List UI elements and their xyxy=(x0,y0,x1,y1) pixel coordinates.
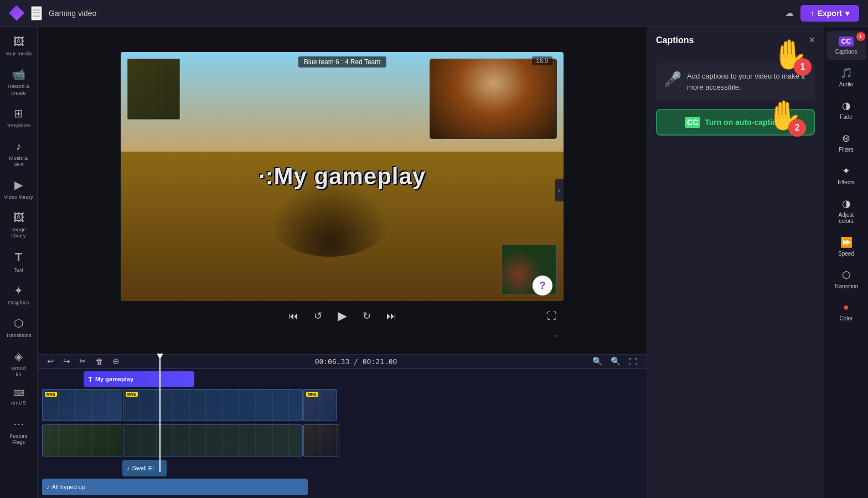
forward-button[interactable]: ↻ xyxy=(360,308,373,324)
segment-label: MNS xyxy=(126,392,138,397)
rewind-button[interactable]: ↺ xyxy=(312,308,324,324)
preview-area: Blue team 6 : 4 Red Team ·:My gameplay xyxy=(38,27,647,354)
sidebar-item-graphics[interactable]: ✦ Graphics xyxy=(2,279,36,310)
zoom-out-button[interactable]: 🔍 xyxy=(590,355,606,368)
captions-title: Captions xyxy=(656,35,694,45)
text-clip[interactable]: T My gameplay xyxy=(84,371,194,387)
icon-bar-filters[interactable]: ⊛ Filters xyxy=(826,127,866,158)
skip-forward-button[interactable]: ⏭ xyxy=(384,308,399,324)
icon-bar-speed[interactable]: ⏩ Speed xyxy=(826,231,866,262)
icon-bar-color[interactable]: ● Color xyxy=(826,296,866,327)
sidebar-item-video-library[interactable]: ▶ Video library xyxy=(2,174,36,204)
right-icon-bar: CC Captions 1 🎵 Audio ◑ Fade ⊛ Filters ✦… xyxy=(824,27,868,498)
undo-button[interactable]: ↩ xyxy=(44,355,57,368)
collapse-timeline-button[interactable]: ⌄ xyxy=(552,330,559,339)
sidebar-item-transitions[interactable]: ⬡ Transitions xyxy=(2,312,36,343)
project-title: Gaming video xyxy=(49,9,778,18)
collapse-right-button[interactable]: › xyxy=(555,179,564,201)
audio-bar-label: Audio xyxy=(839,81,854,87)
fade-bar-label: Fade xyxy=(840,114,852,120)
video-segment[interactable]: MNS xyxy=(42,389,122,421)
export-chevron: ▾ xyxy=(845,9,849,18)
sidebar-item-label: en-US xyxy=(11,400,26,406)
icon-bar-transition[interactable]: ⬡ Transition xyxy=(826,263,866,295)
icon-bar-effects[interactable]: ✦ Effects xyxy=(826,159,866,191)
fit-button[interactable]: ⛶ xyxy=(626,355,640,368)
logo-area xyxy=(9,6,24,21)
video-preview[interactable]: Blue team 6 : 4 Red Team ·:My gameplay xyxy=(121,52,564,301)
segment-label: MNS xyxy=(306,392,318,397)
sidebar-item-text[interactable]: T Text xyxy=(2,246,36,277)
export-button[interactable]: ↑ Export ▾ xyxy=(800,5,859,22)
graphics-icon: ✦ xyxy=(14,284,23,297)
cut-button[interactable]: ✂ xyxy=(76,355,89,368)
skip-back-button[interactable]: ⏮ xyxy=(286,308,301,324)
zoom-in-button[interactable]: 🔍 xyxy=(608,355,624,368)
sidebar-item-en-us[interactable]: ⌨ en-US xyxy=(2,384,36,410)
sidebar-item-record[interactable]: 📹 Record &create xyxy=(2,63,36,100)
fade-bar-icon: ◑ xyxy=(842,100,851,112)
transition-bar-icon: ⬡ xyxy=(842,269,851,281)
more-icon: ⋯ xyxy=(13,417,24,430)
track-row-audio2: ♪ All hyped up xyxy=(42,479,642,495)
aspect-ratio-badge: 16:9 xyxy=(532,56,552,65)
sidebar-item-label: FeatureFlags xyxy=(9,433,28,445)
record-icon: 📹 xyxy=(12,68,25,81)
video-segment-2[interactable] xyxy=(123,424,303,456)
sidebar-item-label: Your media xyxy=(6,50,32,56)
track-row-video1: MNS MNS MNS xyxy=(42,389,642,422)
center-area: Blue team 6 : 4 Red Team ·:My gameplay xyxy=(38,27,647,498)
sidebar-item-feature-flags[interactable]: ⋯ FeatureFlags xyxy=(2,413,36,450)
zoom-controls: 🔍 🔍 ⛶ xyxy=(590,355,640,368)
audio-clip-hyped: ♪ All hyped up xyxy=(42,479,308,495)
sidebar-item-your-media[interactable]: 🖼 Your media xyxy=(2,31,36,61)
sidebar-item-label: Brandkit xyxy=(12,365,25,378)
video-segment[interactable]: MNS xyxy=(123,389,303,421)
icon-bar-fade[interactable]: ◑ Fade xyxy=(826,94,866,126)
filters-bar-label: Filters xyxy=(839,147,854,153)
sidebar-item-music[interactable]: ♪ Music & SFX xyxy=(2,136,36,172)
icon-bar-adjust-colors[interactable]: ◑ Adjustcolors xyxy=(826,192,866,230)
audio-hyped-inner[interactable]: ♪ All hyped up xyxy=(42,479,308,495)
notification-badge: 1 xyxy=(856,32,865,41)
main-layout: 🖼 Your media 📹 Record &create ⊞ Template… xyxy=(0,27,868,498)
tracks-area: T My gameplay MNS MNS MNS xyxy=(38,369,647,498)
audio-hyped-label: All hyped up xyxy=(52,484,86,490)
icon-bar-captions[interactable]: CC Captions 1 xyxy=(826,31,866,60)
video-segment[interactable]: MNS xyxy=(303,389,337,421)
webcam-overlay xyxy=(430,59,557,139)
audio-bar-icon: 🎵 xyxy=(840,67,852,79)
text-clip-label: My gameplay xyxy=(95,376,133,382)
adjust-colors-icon: ◑ xyxy=(842,198,851,210)
sidebar-item-label: Text xyxy=(14,267,23,273)
icon-bar-audio[interactable]: 🎵 Audio xyxy=(826,61,866,93)
crosshair xyxy=(294,173,302,180)
delete-button[interactable]: 🗑 xyxy=(92,355,106,368)
redo-button[interactable]: ↪ xyxy=(60,355,73,368)
video-track-2 xyxy=(42,424,642,458)
auto-captions-label: Turn on auto-captions xyxy=(705,118,786,127)
play-button[interactable]: ▶ xyxy=(335,307,349,325)
captions-header: Captions × xyxy=(647,27,824,54)
export-label: Export xyxy=(818,9,842,18)
video-segment-2[interactable] xyxy=(303,424,339,456)
sidebar-item-label: Music & SFX xyxy=(4,155,34,168)
menu-button[interactable]: ☰ xyxy=(31,6,42,20)
left-sidebar: 🖼 Your media 📹 Record &create ⊞ Template… xyxy=(0,27,38,498)
track-row-audio1: ♪ Swell El xyxy=(42,460,642,476)
video-segment-2[interactable] xyxy=(42,424,122,456)
playhead[interactable] xyxy=(159,356,161,472)
speed-bar-icon: ⏩ xyxy=(840,236,852,248)
close-captions-button[interactable]: × xyxy=(809,34,815,46)
adjust-colors-label: Adjustcolors xyxy=(839,212,854,224)
fullscreen-button[interactable]: ⛶ xyxy=(545,308,559,324)
auto-captions-button[interactable]: CC Turn on auto-captions xyxy=(656,109,815,136)
sidebar-item-image-library[interactable]: 🖼 Imagelibrary xyxy=(2,207,36,243)
sidebar-item-brand[interactable]: ◈ Brandkit xyxy=(2,345,36,382)
sidebar-item-templates[interactable]: ⊞ Templates xyxy=(2,102,36,133)
track-row-video2 xyxy=(42,424,642,458)
hud-score: Blue team 6 : 4 Red Team xyxy=(298,56,386,68)
text-icon: T xyxy=(15,250,22,264)
extra-button[interactable]: ⊕ xyxy=(110,355,122,368)
help-button[interactable]: ? xyxy=(533,276,552,295)
